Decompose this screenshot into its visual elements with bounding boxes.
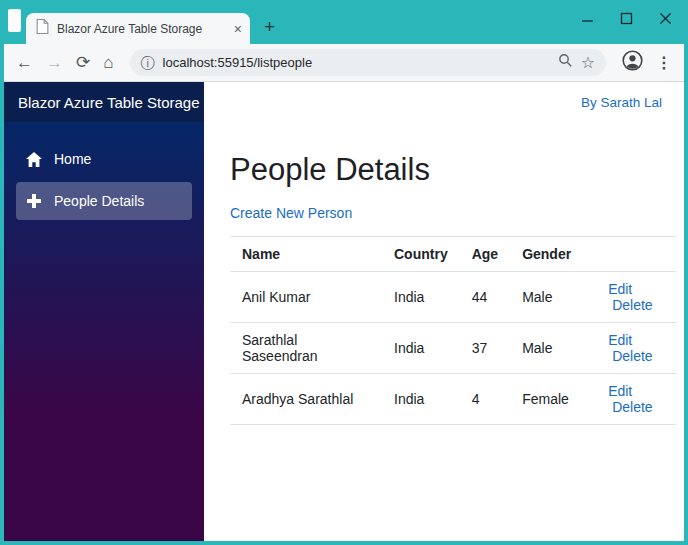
plus-nav-icon xyxy=(26,194,42,208)
tab-close-icon[interactable]: × xyxy=(234,22,242,36)
app-header: Blazor Azure Table Storage By Sarath Lal xyxy=(4,82,684,122)
cell-name: Sarathlal Saseendran xyxy=(230,323,382,374)
site-info-icon[interactable]: ⓘ xyxy=(141,56,155,70)
app-brand: Blazor Azure Table Storage xyxy=(4,82,204,122)
table-row: Anil Kumar India 44 Male Edit Delete xyxy=(230,272,676,323)
home-icon[interactable]: ⌂ xyxy=(103,54,113,71)
cell-actions: Edit Delete xyxy=(596,272,676,323)
zoom-icon[interactable] xyxy=(558,53,573,72)
sidebar-item-home[interactable]: Home xyxy=(16,140,192,178)
browser-menu-icon[interactable]: ⋮ xyxy=(656,55,672,71)
header-name: Name xyxy=(230,237,382,272)
browser-toolbar: ← → ⟳ ⌂ ⓘ localhost:55915/listpeople ☆ ⋮ xyxy=(4,44,684,82)
header-actions xyxy=(596,237,676,272)
sidebar: Home People Details xyxy=(4,122,204,541)
edit-link[interactable]: Edit xyxy=(608,332,632,348)
cell-country: India xyxy=(382,374,460,425)
cell-age: 4 xyxy=(460,374,510,425)
url-text: localhost:55915/listpeople xyxy=(163,55,550,70)
page-icon xyxy=(36,19,49,38)
header-age: Age xyxy=(460,237,510,272)
tab-strip: Blazor Azure Table Storage × + xyxy=(4,4,684,44)
sidebar-item-label: People Details xyxy=(54,193,144,209)
browser-tab[interactable]: Blazor Azure Table Storage × xyxy=(26,13,250,44)
minimize-icon[interactable] xyxy=(581,12,594,25)
cell-age: 37 xyxy=(460,323,510,374)
profile-avatar-icon[interactable] xyxy=(622,50,643,75)
main-content: People Details Create New Person Name Co… xyxy=(204,122,684,541)
cell-gender: Female xyxy=(510,374,596,425)
byline-link[interactable]: By Sarath Lal xyxy=(581,95,662,110)
window-controls xyxy=(581,12,672,25)
cell-gender: Male xyxy=(510,323,596,374)
maximize-icon[interactable] xyxy=(620,12,633,25)
cell-actions: Edit Delete xyxy=(596,374,676,425)
browser-window: Blazor Azure Table Storage × + ← → ⟳ ⌂ ⓘ… xyxy=(0,0,688,545)
edit-link[interactable]: Edit xyxy=(608,281,632,297)
address-bar[interactable]: ⓘ localhost:55915/listpeople ☆ xyxy=(130,49,606,76)
table-row: Aradhya Sarathlal India 4 Female Edit De… xyxy=(230,374,676,425)
cell-country: India xyxy=(382,272,460,323)
cell-gender: Male xyxy=(510,272,596,323)
header-country: Country xyxy=(382,237,460,272)
delete-link[interactable]: Delete xyxy=(612,297,652,313)
sidebar-item-label: Home xyxy=(54,151,91,167)
home-nav-icon xyxy=(26,152,42,167)
app-body: Home People Details People Details Creat… xyxy=(4,122,684,541)
page-title: People Details xyxy=(230,152,664,188)
back-icon[interactable]: ← xyxy=(16,54,33,71)
sidebar-item-people-details[interactable]: People Details xyxy=(16,182,192,220)
table-row: Sarathlal Saseendran India 37 Male Edit … xyxy=(230,323,676,374)
forward-icon[interactable]: → xyxy=(46,54,63,71)
tab-title: Blazor Azure Table Storage xyxy=(57,22,226,36)
delete-link[interactable]: Delete xyxy=(612,348,652,364)
close-icon[interactable] xyxy=(659,12,672,25)
cell-age: 44 xyxy=(460,272,510,323)
header-gender: Gender xyxy=(510,237,596,272)
refresh-icon[interactable]: ⟳ xyxy=(76,54,90,71)
cell-actions: Edit Delete xyxy=(596,323,676,374)
app-header-right: By Sarath Lal xyxy=(204,82,684,122)
edit-link[interactable]: Edit xyxy=(608,383,632,399)
create-new-person-link[interactable]: Create New Person xyxy=(230,205,352,221)
cell-name: Anil Kumar xyxy=(230,272,382,323)
cell-name: Aradhya Sarathlal xyxy=(230,374,382,425)
cell-country: India xyxy=(382,323,460,374)
people-table: Name Country Age Gender Anil Kumar India… xyxy=(230,236,676,425)
corner-chip xyxy=(8,9,21,32)
bookmark-star-icon[interactable]: ☆ xyxy=(581,55,595,71)
delete-link[interactable]: Delete xyxy=(612,399,652,415)
table-header-row: Name Country Age Gender xyxy=(230,237,676,272)
new-tab-button[interactable]: + xyxy=(264,17,275,36)
